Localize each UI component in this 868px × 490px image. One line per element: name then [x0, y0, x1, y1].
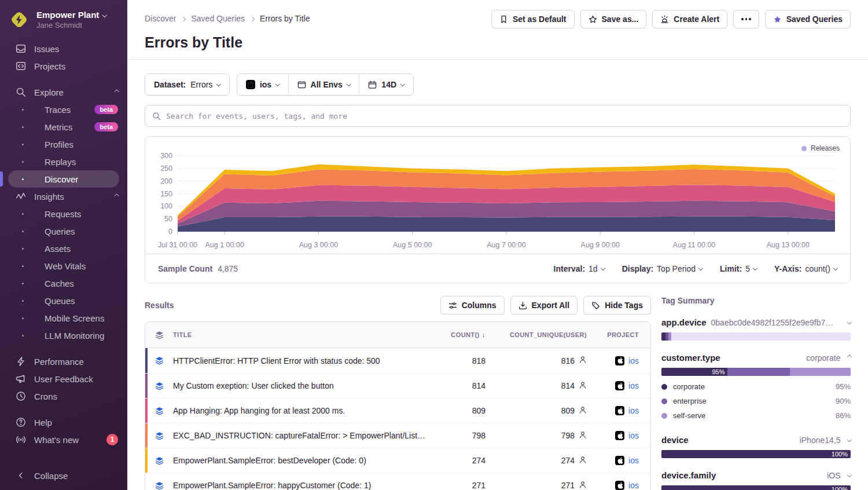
- error-title[interactable]: HTTPClientError: HTTP Client Error with …: [173, 356, 433, 365]
- column-header-count-unique[interactable]: COUNT_UNIQUE(USER): [494, 331, 595, 338]
- results-table-header: TITLE COUNT()↓ COUNT_UNIQUE(USER) PROJEC…: [145, 322, 650, 348]
- org-name: Empower Plant: [36, 10, 99, 20]
- chevron-right-icon: [250, 16, 255, 21]
- tag-legend-item[interactable]: self-serve 86%: [661, 408, 851, 423]
- sliders-icon: [448, 301, 457, 310]
- tag-summary-heading: Tag Summary: [661, 296, 851, 305]
- sidebar-item-queries[interactable]: Queries: [0, 222, 127, 240]
- error-title[interactable]: EXC_BAD_INSTRUCTION: captureFatalError: …: [173, 431, 433, 440]
- column-header-count[interactable]: COUNT()↓: [433, 331, 494, 339]
- tag-distribution-bar[interactable]: 95%: [661, 368, 851, 376]
- sidebar-item-replays[interactable]: Replays: [0, 153, 127, 170]
- table-row[interactable]: My Custom exeption: User clicked the but…: [145, 373, 650, 398]
- table-row[interactable]: App Hanging: App hanging for at least 20…: [145, 398, 650, 423]
- breadcrumb-saved-queries[interactable]: Saved Queries: [191, 14, 245, 23]
- sidebar-item-crons[interactable]: Crons: [0, 387, 127, 405]
- sidebar: Empower Plant Jane Schmidt Issues Projec…: [0, 0, 127, 490]
- sidebar-item-web-vitals[interactable]: Web Vitals: [0, 257, 127, 275]
- export-all-button[interactable]: Export All: [510, 296, 578, 315]
- saved-queries-button[interactable]: Saved Queries: [765, 10, 851, 28]
- columns-button[interactable]: Columns: [440, 296, 505, 315]
- project-link[interactable]: ios: [628, 481, 639, 490]
- sidebar-item-llm-monitoring[interactable]: LLM Monitoring: [0, 327, 127, 344]
- sidebar-collapse-button[interactable]: Collapse: [0, 467, 127, 484]
- results-table: TITLE COUNT()↓ COUNT_UNIQUE(USER) PROJEC…: [145, 321, 651, 490]
- create-alert-button[interactable]: Create Alert: [652, 10, 727, 28]
- star-filled-icon: [773, 15, 782, 24]
- error-title[interactable]: EmpowerPlant.SampleError: happyCustomer …: [173, 481, 433, 490]
- error-title[interactable]: App Hanging: App hanging for at least 20…: [173, 406, 433, 415]
- breadcrumb-discover[interactable]: Discover: [145, 14, 176, 23]
- project-link[interactable]: ios: [628, 356, 639, 365]
- error-title[interactable]: My Custom exeption: User clicked the but…: [173, 381, 433, 390]
- date-range-filter[interactable]: 14D: [359, 74, 413, 95]
- tag-distribution-bar[interactable]: [661, 332, 851, 341]
- project-link[interactable]: ios: [628, 406, 639, 415]
- sidebar-item-queues[interactable]: Queues: [0, 292, 127, 309]
- sidebar-item-help[interactable]: Help: [0, 414, 127, 431]
- column-header-title[interactable]: TITLE: [173, 331, 433, 338]
- sidebar-item-explore[interactable]: Explore: [0, 83, 127, 101]
- sort-desc-icon: ↓: [482, 331, 486, 339]
- table-row[interactable]: HTTPClientError: HTTP Client Error with …: [145, 348, 650, 373]
- tag-legend-item[interactable]: corporate 95%: [661, 379, 851, 394]
- error-title[interactable]: EmpowerPlant.SampleError: bestDeveloper …: [173, 456, 433, 465]
- more-button[interactable]: [733, 10, 759, 28]
- sidebar-item-metrics[interactable]: Metrics beta: [0, 118, 127, 136]
- search-input[interactable]: [166, 112, 843, 120]
- set-as-default-button[interactable]: Set as Default: [491, 10, 575, 28]
- environment-filter[interactable]: All Envs: [288, 74, 359, 95]
- save-as-button[interactable]: Save as...: [580, 10, 647, 28]
- chevron-down-icon: [847, 320, 851, 324]
- sidebar-item-user-feedback[interactable]: User Feedback: [0, 370, 127, 387]
- sidebar-item-traces[interactable]: Traces beta: [0, 101, 127, 118]
- tag-header[interactable]: customer.type corporate: [661, 353, 851, 363]
- svg-text:Jul 31 00:00: Jul 31 00:00: [158, 241, 197, 249]
- svg-text:Aug 9 00:00: Aug 9 00:00: [581, 241, 620, 249]
- chart-legend[interactable]: Releases: [801, 144, 840, 152]
- tag-header[interactable]: device.family iOS: [661, 470, 851, 480]
- chevron-down-icon: [600, 265, 605, 270]
- table-row[interactable]: EmpowerPlant.SampleError: happyCustomer …: [145, 473, 650, 490]
- stack-icon: [145, 481, 173, 490]
- sidebar-item-assets[interactable]: Assets: [0, 240, 127, 257]
- limit-selector[interactable]: Limit: 5: [720, 264, 757, 273]
- project-filter[interactable]: ios: [237, 74, 288, 95]
- project-link[interactable]: ios: [628, 431, 639, 440]
- tag-legend-item[interactable]: enterprise 90%: [661, 394, 851, 408]
- sidebar-item-requests[interactable]: Requests: [0, 205, 127, 222]
- sidebar-item-performance[interactable]: Performance: [0, 353, 127, 370]
- display-selector[interactable]: Display: Top Period: [622, 264, 703, 273]
- tag-distribution-bar[interactable]: 100%: [661, 485, 851, 490]
- tag-header[interactable]: app.device 0baebc0de4982f1255f2e9e9fb7…: [661, 317, 851, 327]
- sidebar-item-discover[interactable]: Discover: [8, 170, 119, 188]
- yaxis-selector[interactable]: Y-Axis: count(): [774, 264, 837, 273]
- sidebar-item-caches[interactable]: Caches: [0, 275, 127, 292]
- table-row[interactable]: EXC_BAD_INSTRUCTION: captureFatalError: …: [145, 423, 650, 448]
- interval-selector[interactable]: Interval: 1d: [554, 264, 605, 273]
- project-link[interactable]: ios: [628, 381, 639, 390]
- dataset-selector[interactable]: Dataset: Errors: [145, 74, 230, 96]
- tag-header[interactable]: device iPhone14,5: [661, 435, 851, 445]
- project-link[interactable]: ios: [628, 456, 639, 465]
- stacked-area-chart[interactable]: 050100150200250300Jul 31 00:00Aug 1 00:0…: [145, 137, 850, 254]
- sidebar-item-projects[interactable]: Projects: [0, 57, 127, 75]
- siren-icon: [660, 15, 669, 24]
- hide-tags-button[interactable]: Hide Tags: [583, 296, 651, 315]
- count-value: 809: [433, 406, 494, 415]
- table-row[interactable]: EmpowerPlant.SampleError: bestDeveloper …: [145, 448, 650, 473]
- org-switcher[interactable]: Empower Plant Jane Schmidt: [0, 0, 127, 40]
- svg-text:Aug 7 00:00: Aug 7 00:00: [487, 241, 525, 249]
- count-unique-value: 798: [561, 431, 575, 440]
- sidebar-item-issues[interactable]: Issues: [0, 40, 127, 57]
- tag-distribution-bar[interactable]: 100%: [661, 450, 851, 458]
- insights-icon: [15, 191, 26, 202]
- apple-icon: [615, 431, 624, 440]
- sidebar-item-profiles[interactable]: Profiles: [0, 136, 127, 153]
- column-header-project[interactable]: PROJECT: [595, 331, 650, 338]
- sidebar-item-whats-new[interactable]: What's new 1: [0, 431, 127, 448]
- series-color-strip: [145, 423, 148, 448]
- series-color-strip: [145, 348, 148, 373]
- sidebar-item-insights[interactable]: Insights: [0, 188, 127, 205]
- sidebar-item-mobile-screens[interactable]: Mobile Screens: [0, 309, 127, 327]
